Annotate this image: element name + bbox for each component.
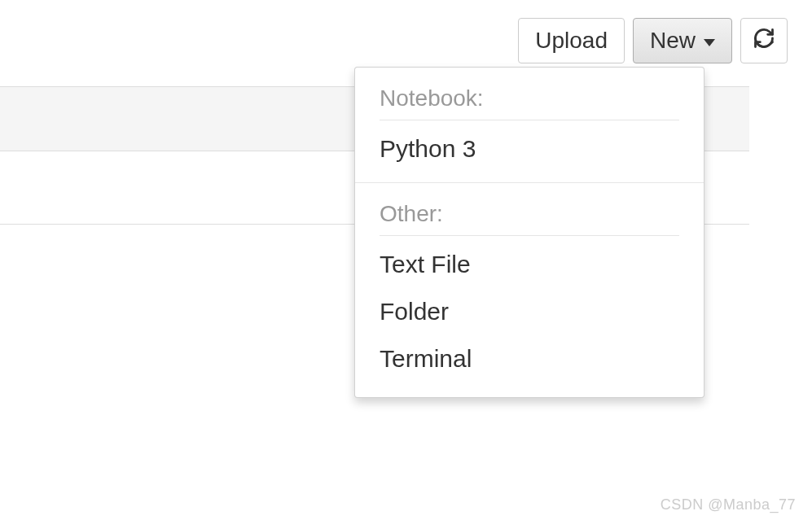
dropdown-item-folder[interactable]: Folder [355, 288, 704, 335]
refresh-icon [753, 27, 775, 55]
dropdown-item-python3[interactable]: Python 3 [355, 125, 704, 173]
caret-down-icon [704, 39, 715, 46]
upload-button[interactable]: Upload [518, 18, 625, 63]
new-dropdown-menu: Notebook: Python 3 Other: Text File Fold… [354, 67, 704, 398]
dropdown-header-notebook: Notebook: [355, 74, 704, 115]
dropdown-item-terminal[interactable]: Terminal [355, 335, 704, 382]
divider [355, 182, 704, 183]
dropdown-header-other: Other: [355, 190, 704, 230]
divider [380, 235, 679, 236]
new-button[interactable]: New [633, 18, 732, 63]
refresh-button[interactable] [740, 18, 788, 63]
dropdown-item-textfile[interactable]: Text File [355, 241, 704, 288]
toolbar: Upload New [518, 18, 788, 63]
divider [380, 120, 679, 120]
new-button-label: New [650, 28, 696, 54]
watermark: CSDN @Manba_77 [661, 496, 796, 513]
